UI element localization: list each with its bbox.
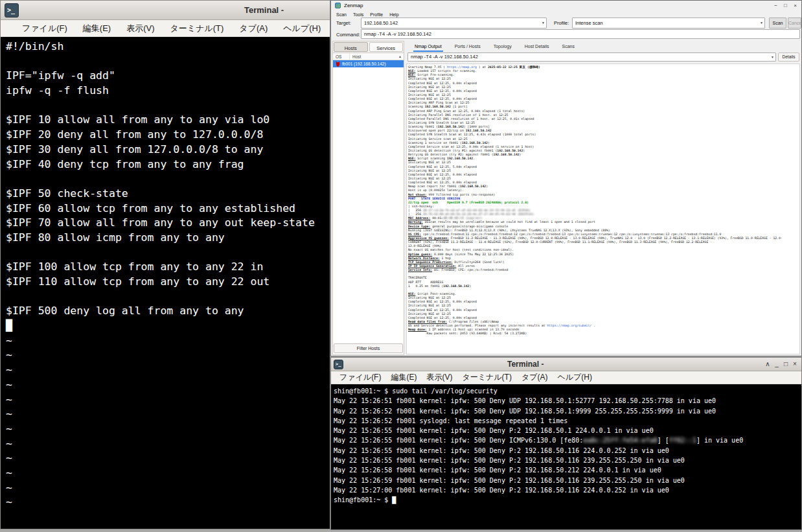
terminal-line: $IPF 10 allow all from any to any via lo… [6,113,330,128]
terminal-line: $IPF 500 deny log all from any to any [6,304,330,319]
host-list-item[interactable]: fb001 (192.168.50.142) [333,60,404,67]
titlebar[interactable]: >_ Terminal - ∧_□× [331,358,801,371]
menu-item[interactable]: ターミナル(T) [462,372,511,383]
results-panel: Nmap OutputPorts / HostsTopologyHost Det… [406,41,801,355]
close-button[interactable]: × [790,1,800,10]
command-row: Command: nmap -T4 -A -v 192.168.50.142 [331,29,801,40]
zenmap-app-icon [335,3,341,8]
terminal-line: ~ [6,348,330,363]
terminal-icon: >_ [5,3,19,17]
window-buttons: −□× [771,1,800,10]
maximize-button[interactable]: □ [781,358,790,371]
close-button[interactable]: × [790,358,799,371]
shade-button[interactable]: ∧ [763,358,772,371]
host-column-header[interactable]: Host [350,53,404,60]
terminal-line: ipfw -q -f flush [6,84,330,98]
scan-button[interactable]: Scan [769,17,786,29]
terminal-line: $IPF 40 deny tcp from any to any frag [6,157,330,172]
host-list-header[interactable]: OS Host ▲ [333,53,404,60]
os-column-header[interactable]: OS [333,53,350,60]
terminal-line [6,54,330,69]
scan-history-combobox[interactable]: nmap -T4 -A -v 192.168.50.142 ▼ [407,52,776,62]
filter-hosts-button[interactable]: Filter Hosts [334,343,403,353]
menu-item[interactable]: ファイル(F) [22,23,67,34]
terminal-line: ~ [6,407,330,422]
terminal-icon: >_ [334,360,343,369]
terminal-line: May 22 15:26:52 fb001 kernel: ipfw: 500 … [334,406,801,416]
terminal-line: $IPF 80 allow icmp from any to any [6,231,330,246]
minimize-button[interactable]: _ [772,358,781,371]
terminal-line: ~ [6,334,330,349]
minimize-button[interactable]: − [771,1,781,10]
menu-item[interactable]: Tools [353,12,363,17]
terminal-line: shin@fb001:~ $ █ [334,495,801,505]
host-label: fb001 (192.168.50.142) [342,62,386,66]
host-list-panel: Hosts Services OS Host ▲ fb001 (192.168.… [332,41,404,355]
menu-item[interactable]: ターミナル(T) [170,23,224,34]
menu-item[interactable]: 表示(V) [126,23,154,34]
terminal-line: shin@fb001:~ $ sudo tail /var/log/securi… [334,386,801,396]
results-tab[interactable]: Ports / Hosts [453,42,482,52]
window-title: Terminal - [507,358,544,371]
profile-value: Intense scan [575,20,603,26]
chevron-down-icon[interactable]: ▼ [771,53,774,61]
command-input[interactable]: nmap -T4 -A -v 192.168.50.142 [361,29,800,39]
details-button[interactable]: Details [778,52,799,62]
menu-item[interactable]: 編集(E) [391,372,417,383]
command-label: Command: [336,32,360,38]
terminal-line: $IPF 30 deny all from 127.0.0.0/8 to any [6,143,330,157]
menu-item[interactable]: ヘルプ(H) [557,372,592,383]
nmap-output-pane[interactable]: Starting Nmap 7.95 ( https://nmap.org ) … [406,64,800,354]
target-combobox[interactable]: 192.168.50.142 ▼ [361,17,547,29]
terminal-line: ~ [6,481,330,496]
terminal-line: ~ [6,451,330,466]
sort-arrow-icon[interactable]: ▲ [398,54,402,58]
chevron-down-icon[interactable]: ▼ [542,18,545,28]
chevron-down-icon[interactable]: ▼ [760,18,763,28]
menu-item[interactable]: Profile [370,12,383,17]
titlebar[interactable]: Zenmap −□× [331,1,801,10]
menubar: ファイル(F)編集(E)表示(V)ターミナル(T)タブ(A)ヘルプ(H) [1,20,330,37]
terminal-line: IPF="ipfw -q add" [6,69,330,84]
results-tab[interactable]: Host Details [523,42,551,52]
terminal-line [6,246,330,260]
maximize-button[interactable]: □ [781,1,790,10]
terminal-line: $IPF 110 allow tcp from any to any 22 ou… [6,275,330,290]
terminal-line: #!/bin/sh [6,40,330,54]
freebsd-os-icon [336,61,340,67]
menu-item[interactable]: Help [389,12,398,17]
titlebar[interactable]: >_ Terminal - [1,1,330,20]
results-tabs: Nmap OutputPorts / HostsTopologyHost Det… [406,41,801,52]
menu-item[interactable]: Scan [336,12,347,17]
menu-item[interactable]: ヘルプ(H) [283,23,321,34]
cancel-button[interactable]: Cancel [788,17,801,29]
terminal-window-bottom: >_ Terminal - ∧_□× ファイル(F)編集(E)表示(V)ターミナ… [330,357,802,530]
zenmap-window: Zenmap −□× ScanToolsProfileHelp Target: … [330,0,802,356]
results-tab[interactable]: Nmap Output [413,42,443,52]
terminal-line: ~ [6,393,330,408]
results-tab[interactable]: Scans [560,42,575,52]
window-title: Terminal - [244,1,284,19]
terminal-line: █ [6,319,330,334]
menu-item[interactable]: タブ(A) [521,372,548,383]
menu-item[interactable]: 表示(V) [426,372,452,383]
profile-combobox[interactable]: Intense scan ▼ [572,17,765,29]
results-tab[interactable]: Topology [492,42,513,52]
target-label: Target: [336,20,351,26]
terminal-window-left: >_ Terminal - ファイル(F)編集(E)表示(V)ターミナル(T)タ… [0,0,330,529]
menu-item[interactable]: 編集(E) [83,23,111,34]
terminal-line: ~ [6,437,330,452]
terminal-line: May 22 15:26:55 fb001 kernel: ipfw: 500 … [334,446,801,456]
terminal-line [6,98,330,113]
target-value: 192.168.50.142 [364,20,398,26]
terminal-line: May 22 15:26:55 fb001 kernel: ipfw: 500 … [334,426,801,435]
menu-item[interactable]: タブ(A) [239,23,268,34]
terminal-screen[interactable]: shin@fb001:~ $ sudo tail /var/log/securi… [331,384,801,529]
menu-item[interactable]: ファイル(F) [339,372,381,383]
terminal-line: ~ [6,378,330,393]
terminal-screen[interactable]: #!/bin/sh IPF="ipfw -q add"ipfw -q -f fl… [1,37,330,529]
services-button[interactable]: Services [369,42,404,52]
terminal-line: ~ [6,422,330,437]
hosts-button[interactable]: Hosts [334,42,368,52]
terminal-line: ~ [6,466,330,481]
